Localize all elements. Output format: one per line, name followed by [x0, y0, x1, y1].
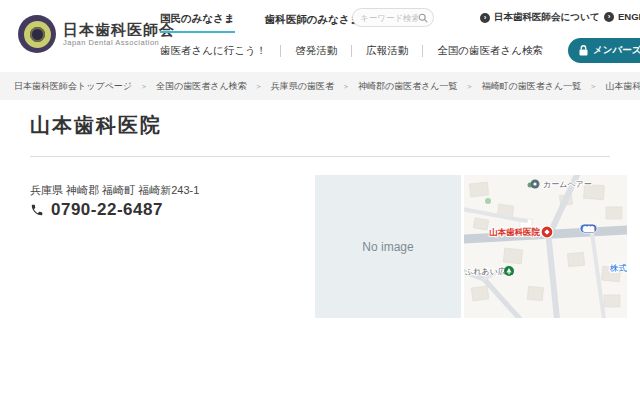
- page: 日本歯科医師会 Japan Dental Association 国民のみなさま…: [0, 0, 640, 400]
- phone-icon: [30, 203, 44, 217]
- english-link-label: ENGLISH: [618, 11, 640, 22]
- members-room-label: メンバーズルーム: [593, 44, 640, 57]
- nav-citizens[interactable]: 国民のみなさま: [160, 12, 235, 33]
- map-poi-clinic[interactable]: 山本歯科医院: [489, 226, 553, 238]
- page-title: 山本歯科医院: [30, 112, 162, 139]
- search-icon: [418, 13, 428, 23]
- arrow-circle-icon: ›: [604, 12, 614, 22]
- nav-public-relations[interactable]: 広報活動: [352, 44, 422, 58]
- map-route-shield: 312: [580, 224, 597, 233]
- map-embed[interactable]: カームヘアー 312 山本歯科医院 ふれあい広場: [464, 175, 627, 318]
- secondary-nav: 歯医者さんに行こう！ 啓発活動 広報活動 全国の歯医者さん検索: [160, 41, 557, 61]
- nav-go-to-dentist[interactable]: 歯医者さんに行こう！: [160, 44, 280, 58]
- breadcrumb-district[interactable]: 神崎郡の歯医者さん一覧: [358, 80, 482, 93]
- search-input[interactable]: [360, 13, 418, 23]
- about-link-label: 日本歯科医師会について: [494, 11, 599, 24]
- site-logo[interactable]: 日本歯科医師会 Japan Dental Association: [18, 15, 175, 53]
- divider: [30, 156, 610, 157]
- lock-icon: [579, 45, 588, 56]
- nav-dentist-search[interactable]: 全国の歯医者さん検索: [423, 44, 557, 58]
- breadcrumb-current: 山本歯科医院: [605, 80, 640, 93]
- about-link[interactable]: › 日本歯科医師会について: [480, 11, 599, 24]
- map-poi-clinic-label: 山本歯科医院: [489, 227, 541, 237]
- nav-awareness[interactable]: 啓発活動: [281, 44, 351, 58]
- clinic-phone-number: 0790-22-6487: [51, 200, 163, 220]
- jda-emblem-icon: [18, 15, 56, 53]
- search-box[interactable]: [352, 8, 434, 27]
- arrow-circle-icon: ›: [480, 13, 490, 23]
- breadcrumb-town[interactable]: 福崎町の歯医者さん一覧: [482, 80, 606, 93]
- nav-dentists[interactable]: 歯科医師のみなさま: [265, 13, 361, 32]
- map-poi-hair-label: カームヘアー: [543, 180, 592, 189]
- map-route-number: 312: [583, 226, 594, 232]
- map-poi-company-label[interactable]: 株式: [609, 263, 627, 273]
- breadcrumb-search[interactable]: 全国の歯医者さん検索: [156, 80, 271, 93]
- clinic-phone-link[interactable]: 0790-22-6487: [30, 200, 163, 220]
- clinic-photo-placeholder: No image: [315, 175, 461, 318]
- members-room-button[interactable]: メンバーズルーム: [568, 38, 640, 63]
- breadcrumb: 日本歯科医師会トップページ 全国の歯医者さん検索 兵庫県の歯医者 神崎郡の歯医者…: [0, 72, 640, 100]
- logo-subtitle: Japan Dental Association: [63, 38, 175, 47]
- clinic-address: 兵庫県 神崎郡 福崎町 福崎新243-1: [30, 183, 199, 198]
- map-poi-park[interactable]: ふれあい広場: [465, 266, 514, 276]
- english-link[interactable]: › ENGLISH: [604, 11, 640, 22]
- site-header: 日本歯科医師会 Japan Dental Association 国民のみなさま…: [0, 0, 640, 72]
- breadcrumb-home[interactable]: 日本歯科医師会トップページ: [14, 80, 156, 93]
- logo-text: 日本歯科医師会 Japan Dental Association: [63, 21, 175, 47]
- no-image-label: No image: [362, 240, 413, 254]
- breadcrumb-prefecture[interactable]: 兵庫県の歯医者: [271, 80, 358, 93]
- logo-title: 日本歯科医師会: [63, 21, 175, 38]
